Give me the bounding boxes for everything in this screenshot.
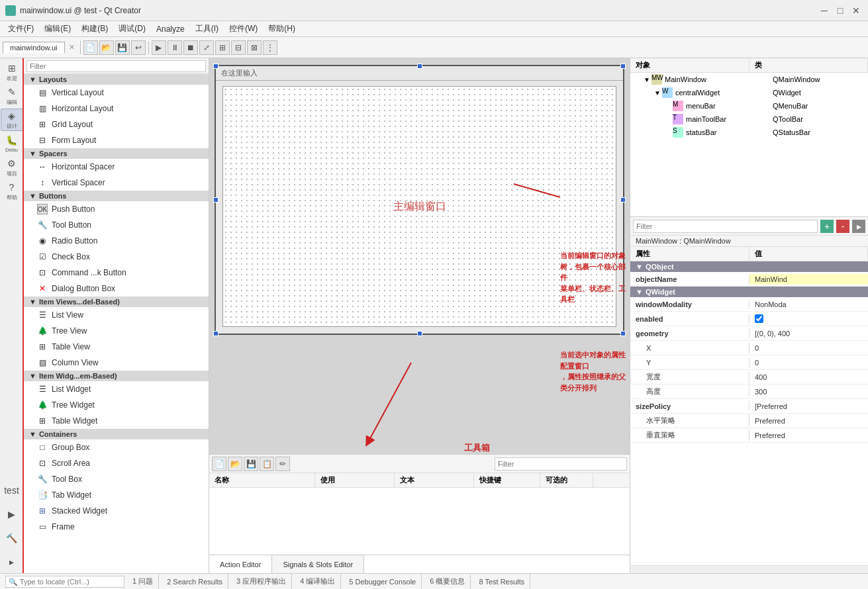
widget-vertical-spacer[interactable]: ↕ Vertical Spacer xyxy=(24,175,209,191)
menu-file[interactable]: 文件(F) xyxy=(3,22,39,36)
toolbar-open-btn[interactable]: 📂 xyxy=(99,40,114,55)
widget-tree-view[interactable]: 🌲 Tree View xyxy=(24,323,209,339)
props-val-enabled[interactable] xyxy=(749,313,868,324)
widget-horizontal-layout[interactable]: ▥ Horizontal Layout xyxy=(24,101,209,116)
props-val-width[interactable]: 400 xyxy=(749,372,868,383)
toolbar-btn5[interactable]: ▶ xyxy=(152,40,166,55)
toolbar-undo-btn[interactable]: ↩ xyxy=(131,40,146,55)
resize-handle-bm[interactable] xyxy=(417,331,422,336)
sidebar-item-edit[interactable]: ✎ 编辑 xyxy=(1,85,23,107)
widget-filter-input[interactable] xyxy=(26,60,206,72)
expand-icon-centralwidget[interactable]: ▼ xyxy=(654,89,662,97)
resize-handle-ml[interactable] xyxy=(213,197,218,203)
tab-signals-slots-editor[interactable]: Signals & Slots Editor xyxy=(272,555,364,573)
widget-vertical-layout[interactable]: ▤ Vertical Layout xyxy=(24,85,209,101)
widget-horizontal-spacer[interactable]: ↔ Horizontal Spacer xyxy=(24,159,209,175)
widget-check-box[interactable]: ☑ Check Box xyxy=(24,249,209,265)
toolbar-btn11[interactable]: ⊠ xyxy=(247,40,262,55)
props-row-height[interactable]: 高度 300 xyxy=(630,385,868,399)
toolbar-save-btn[interactable]: 💾 xyxy=(115,40,130,55)
action-open-btn[interactable]: 📂 xyxy=(228,457,242,471)
editor-canvas[interactable]: 在这里输入 主编辑窗口 xyxy=(209,58,630,454)
widget-column-view[interactable]: ▧ Column View xyxy=(24,355,209,371)
props-val-vpolicy[interactable]: Preferred xyxy=(749,430,868,441)
menu-analyze[interactable]: Analyze xyxy=(151,23,190,35)
props-scrollbar-h[interactable] xyxy=(630,565,868,573)
editor-tab[interactable]: mainwindow.ui xyxy=(3,42,65,53)
status-problems[interactable]: 1 问题 xyxy=(127,574,159,589)
widget-command-button[interactable]: ⊡ Command ...k Button xyxy=(24,265,209,281)
widget-frame[interactable]: ▭ Frame xyxy=(24,519,209,535)
action-filter-input[interactable] xyxy=(495,457,627,471)
toolbar-btn8[interactable]: ⤢ xyxy=(199,40,214,55)
props-val-y[interactable]: 0 xyxy=(749,357,868,368)
widget-form-layout[interactable]: ⊟ Form Layout xyxy=(24,132,209,148)
resize-handle-bl[interactable] xyxy=(213,331,218,336)
props-row-hpolicy[interactable]: 水平策略 Preferred xyxy=(630,414,868,428)
props-val-height[interactable]: 300 xyxy=(749,386,868,397)
status-general-info[interactable]: 6 概要信息 xyxy=(424,574,471,589)
props-row-y[interactable]: Y 0 xyxy=(630,355,868,370)
action-edit-btn[interactable]: ✏ xyxy=(275,457,290,471)
status-search-results[interactable]: 2 Search Results xyxy=(162,574,228,589)
widget-push-button[interactable]: OK Push Button xyxy=(24,201,209,217)
widget-tab-widget[interactable]: 📑 Tab Widget xyxy=(24,487,209,503)
widget-stacked-widget[interactable]: ⊞ Stacked Widget xyxy=(24,503,209,519)
menu-widgets[interactable]: 控件(W) xyxy=(224,22,263,36)
props-more-btn[interactable]: ▸ xyxy=(852,220,865,233)
action-save-btn[interactable]: 💾 xyxy=(244,457,258,471)
toolbar-btn12[interactable]: ⋮ xyxy=(263,40,277,55)
widget-grid-layout[interactable]: ⊞ Grid Layout xyxy=(24,116,209,132)
props-row-x[interactable]: X 0 xyxy=(630,341,868,355)
props-row-objectname[interactable]: objectName MainWind xyxy=(630,272,868,287)
locate-input[interactable] xyxy=(5,576,124,588)
props-add-btn[interactable]: + xyxy=(820,220,834,233)
sidebar-item-debug[interactable]: 🐛 Debu xyxy=(1,132,23,155)
props-row-enabled[interactable]: enabled xyxy=(630,312,868,326)
sidebar-item-welcome[interactable]: ⊞ 欢迎 xyxy=(1,61,23,83)
status-debugger-console[interactable]: 5 Debugger Console xyxy=(344,574,422,589)
menu-build[interactable]: 构建(B) xyxy=(76,22,113,36)
sidebar-item-test[interactable]: test xyxy=(1,479,23,502)
status-app-output[interactable]: 3 应用程序输出 xyxy=(231,574,292,589)
props-row-width[interactable]: 宽度 400 xyxy=(630,370,868,385)
tree-row-mainwindow[interactable]: ▼ MW MainWindow QMainWindow xyxy=(630,73,868,86)
widget-group-box[interactable]: □ Group Box xyxy=(24,439,209,455)
props-val-x[interactable]: 0 xyxy=(749,343,868,353)
resize-handle-br[interactable] xyxy=(620,331,626,336)
widget-tool-box[interactable]: 🔧 Tool Box xyxy=(24,471,209,487)
status-compile-output[interactable]: 4 编译输出 xyxy=(295,574,341,589)
props-val-geometry[interactable]: [(0, 0), 400 xyxy=(749,328,868,339)
widget-dialog-button-box[interactable]: ✕ Dialog Button Box xyxy=(24,281,209,296)
props-val-objectname[interactable]: MainWind xyxy=(749,274,868,285)
widget-tree-widget[interactable]: 🌲 Tree Widget xyxy=(24,397,209,413)
tree-row-maintoolbar[interactable]: T mainToolBar QToolBar xyxy=(630,113,868,126)
sidebar-item-help[interactable]: ? 帮助 xyxy=(1,180,23,203)
sidebar-item-more[interactable]: ▸ xyxy=(1,551,23,573)
toolbar-new-btn[interactable]: 📄 xyxy=(83,40,98,55)
menu-debug[interactable]: 调试(D) xyxy=(113,22,151,36)
widget-radio-button[interactable]: ◉ Radio Button xyxy=(24,233,209,249)
widget-list-view[interactable]: ☰ List View xyxy=(24,307,209,323)
tree-row-menubar[interactable]: M menuBar QMenuBar xyxy=(630,99,868,113)
enabled-checkbox[interactable] xyxy=(755,314,763,323)
widget-table-widget[interactable]: ⊞ Table Widget xyxy=(24,413,209,429)
action-new-btn[interactable]: 📄 xyxy=(212,457,226,471)
status-test-results[interactable]: 8 Test Results xyxy=(473,574,530,589)
toolbar-btn9[interactable]: ⊞ xyxy=(215,40,230,55)
props-row-geometry[interactable]: geometry [(0, 0), 400 xyxy=(630,326,868,341)
resize-handle-mr[interactable] xyxy=(620,197,626,203)
props-filter-input[interactable] xyxy=(633,220,818,233)
toolbar-btn7[interactable]: ⏹ xyxy=(183,40,198,55)
toolbar-btn6[interactable]: ⏸ xyxy=(168,40,182,55)
close-button[interactable]: ✕ xyxy=(849,4,863,17)
minimize-button[interactable]: ─ xyxy=(818,4,831,17)
props-val-sizepolicy[interactable]: [Preferred xyxy=(749,401,868,412)
props-row-windowmodality[interactable]: windowModality NonModa xyxy=(630,297,868,312)
tree-row-centralwidget[interactable]: ▼ W centralWidget QWidget xyxy=(630,86,868,99)
tab-action-editor[interactable]: Action Editor xyxy=(209,555,272,573)
menu-help[interactable]: 帮助(H) xyxy=(263,22,301,36)
sidebar-item-design[interactable]: ◈ 设计 xyxy=(1,109,23,131)
props-row-vpolicy[interactable]: 垂直策略 Preferred xyxy=(630,428,868,443)
widget-table-view[interactable]: ⊞ Table View xyxy=(24,339,209,355)
